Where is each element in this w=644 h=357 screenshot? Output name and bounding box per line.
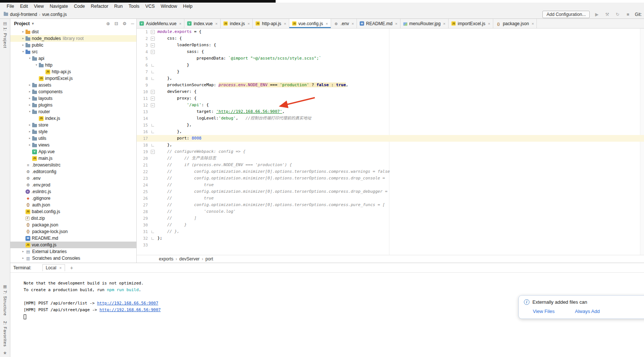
new-terminal-icon[interactable]: + — [70, 265, 73, 271]
menu-item-view[interactable]: View — [31, 3, 47, 10]
tree-item-scratches-and-consoles[interactable]: ▸▥Scratches and Consoles — [10, 255, 136, 262]
code-line-15[interactable]: 15 }, — [137, 122, 644, 128]
crumb-port[interactable]: port — [205, 256, 213, 262]
fold-marker-icon[interactable] — [149, 228, 156, 235]
code-line-24[interactable]: 24 // true — [137, 182, 644, 188]
code-line-5[interactable]: 5 prependData: `@import "~@/assets/scss/… — [137, 55, 644, 62]
code-line-30[interactable]: 30 // } — [137, 222, 644, 228]
tree-item-layouts[interactable]: ▸layouts — [10, 95, 136, 102]
menu-item-edit[interactable]: Edit — [17, 3, 31, 10]
favorites-star-icon[interactable]: ★ — [3, 350, 7, 356]
tool-button-favorites[interactable]: 2: Favorites — [3, 321, 7, 347]
code-line-17[interactable]: 17 port: 8008 — [137, 135, 644, 142]
code-line-32[interactable]: 32}; — [137, 235, 644, 242]
tree-item-browserslistrc[interactable]: ≡.browserslistrc — [10, 162, 136, 168]
tree-item-env[interactable]: ⚙.env — [10, 175, 136, 182]
tree-item-auth-json[interactable]: {}auth.json — [10, 202, 136, 208]
menu-item-run[interactable]: Run — [111, 3, 126, 10]
tool-button-project[interactable]: 1: Project — [3, 27, 7, 48]
tree-chevron-icon[interactable]: ▸ — [21, 248, 25, 255]
code-line-27[interactable]: 27 // config.optimization.minimizer[0].o… — [137, 202, 644, 208]
fold-marker-icon[interactable] — [149, 62, 156, 68]
fold-marker-icon[interactable] — [149, 95, 156, 102]
code-line-22[interactable]: 22 // config.optimization.minimizer[0].o… — [137, 168, 644, 175]
code-line-18[interactable]: 18 }, — [137, 142, 644, 148]
tree-item-http[interactable]: ▾http — [10, 62, 136, 68]
tree-chevron-icon[interactable]: ▸ — [27, 122, 32, 128]
tree-chevron-icon[interactable]: ▸ — [27, 102, 32, 108]
breadcrumb-project[interactable]: duoji-frontend — [10, 12, 37, 17]
code-line-3[interactable]: 3 loaderOptions: { — [137, 42, 644, 48]
code-line-11[interactable]: 11 proxy: { — [137, 95, 644, 102]
menu-item-refactor[interactable]: Refactor — [88, 3, 111, 10]
tab-close-icon[interactable]: × — [488, 21, 490, 26]
tab-close-icon[interactable]: × — [179, 21, 181, 26]
tree-item-package-lock-json[interactable]: {}package-lock.json — [10, 228, 136, 235]
code-line-13[interactable]: 13 target: 'http://192.168.66.56:9007', — [137, 108, 644, 115]
tree-chevron-icon[interactable]: ▸ — [27, 128, 32, 135]
fold-marker-icon[interactable] — [149, 128, 156, 135]
tree-chevron-icon[interactable]: ▸ — [27, 88, 32, 95]
tab-importexcel-js[interactable]: JSimportExcel.js× — [449, 19, 493, 28]
code-line-25[interactable]: 25 // config.optimization.minimizer[0].o… — [137, 188, 644, 195]
code-editor[interactable]: 1module.exports = {2 css: {3 loaderOptio… — [137, 28, 644, 255]
tab-env[interactable]: ⚙.env× — [331, 19, 357, 28]
code-line-29[interactable]: 29 // ] — [137, 215, 644, 222]
tree-item-app-vue[interactable]: VApp.vue — [10, 148, 136, 155]
fold-marker-icon[interactable] — [149, 102, 156, 108]
tab-index-vue[interactable]: Vindex.vue× — [184, 19, 221, 28]
tree-item-index-js[interactable]: JSindex.js — [10, 115, 136, 122]
rerun-button[interactable]: ↻ — [614, 12, 621, 17]
terminal-link[interactable]: http://192.168.66.56:9007 — [97, 301, 159, 306]
code-line-26[interactable]: 26 // true — [137, 195, 644, 202]
tree-item-views[interactable]: ▸views — [10, 142, 136, 148]
tab-asidemenu-vue[interactable]: VAsideMenu.vue× — [137, 19, 184, 28]
git-branch-label[interactable]: Git: — [635, 12, 642, 17]
terminal-link[interactable]: http://192.168.66.56:9007 — [99, 307, 161, 312]
project-panel-title[interactable]: Project — [14, 21, 30, 26]
tab-package-json[interactable]: {}package.json× — [493, 19, 537, 28]
tab-http-api-js[interactable]: JShttp-api.js× — [253, 19, 289, 28]
menu-item-file[interactable]: File — [4, 3, 17, 10]
add-configuration-button[interactable]: Add Configuration... — [542, 11, 590, 18]
tree-item-gitignore[interactable]: ◆.gitignore — [10, 195, 136, 202]
tree-item-env-prod[interactable]: ⚙.env.prod — [10, 182, 136, 188]
fold-marker-icon[interactable] — [149, 28, 156, 35]
tree-chevron-icon[interactable]: ▸ — [27, 142, 32, 148]
code-line-1[interactable]: 1module.exports = { — [137, 28, 644, 35]
tab-close-icon[interactable]: × — [248, 21, 250, 26]
tab-close-icon[interactable]: × — [326, 21, 328, 26]
fold-marker-icon[interactable] — [149, 48, 156, 55]
tree-item-src[interactable]: ▾src — [10, 48, 136, 55]
menu-item-tools[interactable]: Tools — [126, 3, 142, 10]
code-line-16[interactable]: 16 }, — [137, 128, 644, 135]
tree-item-api[interactable]: ▾api — [10, 55, 136, 62]
tree-item-dist[interactable]: ▸dist — [10, 28, 136, 35]
code-line-21[interactable]: 21 // if (process.env.NODE_ENV === 'prod… — [137, 162, 644, 168]
code-line-10[interactable]: 10 devServer: { — [137, 88, 644, 95]
tree-chevron-icon[interactable]: ▸ — [27, 135, 32, 142]
menu-item-code[interactable]: Code — [71, 3, 88, 10]
terminal-title[interactable]: Terminal: — [13, 265, 31, 270]
code-line-19[interactable]: 19 // configureWebpack: config => { — [137, 148, 644, 155]
fold-marker-icon[interactable] — [149, 122, 156, 128]
tree-item-external-libraries[interactable]: ▸▤External Libraries — [10, 248, 136, 255]
code-line-23[interactable]: 23 // config.optimization.minimizer[0].o… — [137, 175, 644, 182]
terminal-tab-local[interactable]: Local × — [42, 264, 65, 271]
terminal-tab-close-icon[interactable]: × — [59, 266, 61, 270]
collapse-all-icon[interactable]: ⊟ — [115, 21, 118, 26]
project-view-dropdown-icon[interactable]: ▼ — [31, 22, 34, 26]
code-line-2[interactable]: 2 css: { — [137, 35, 644, 42]
hide-panel-icon[interactable]: ─ — [131, 21, 134, 26]
tab-vue-config-js[interactable]: JSvue.config.js× — [289, 19, 331, 28]
tree-item-readme-md[interactable]: MREADME.md — [10, 235, 136, 242]
code-line-9[interactable]: 9 productionSourceMap: process.env.NODE_… — [137, 82, 644, 88]
code-line-12[interactable]: 12 '/api': { — [137, 102, 644, 108]
tree-item-assets[interactable]: ▸assets — [10, 82, 136, 88]
tree-chevron-icon[interactable]: ▸ — [21, 28, 25, 35]
tree-item-store[interactable]: ▸store — [10, 122, 136, 128]
code-line-7[interactable]: 7 } — [137, 68, 644, 75]
tree-item-style[interactable]: ▸style — [10, 128, 136, 135]
tool-button-structure[interactable]: 7: Structure — [3, 290, 7, 316]
tab-index-js[interactable]: JSindex.js× — [221, 19, 253, 28]
